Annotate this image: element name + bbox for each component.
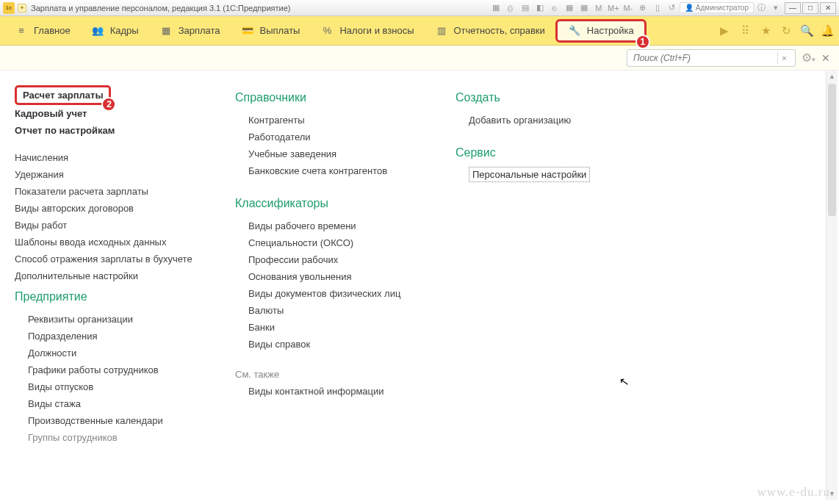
content-area: Расчет зарплаты 2 Кадровый учет Отчет по… <box>0 71 839 504</box>
menu-nastroika[interactable]: 🔧 Настройка 1 <box>555 19 647 43</box>
menu-otchet-label: Отчетность, справки <box>454 25 545 36</box>
search-icon[interactable]: 🔍 <box>799 24 814 38</box>
section-predpriyatie[interactable]: Предприятие <box>15 290 220 303</box>
print-icon[interactable]: ⎙ <box>504 1 517 15</box>
section-servis[interactable]: Сервис <box>455 146 661 159</box>
clipboard-icon[interactable]: ▯ <box>651 1 664 15</box>
link-vidy-rab-vremeni[interactable]: Виды рабочего времени <box>235 217 441 234</box>
search-clear-button[interactable]: × <box>777 51 791 65</box>
panel-close-button[interactable]: ✕ <box>821 52 830 64</box>
link-osnovaniya[interactable]: Основания увольнения <box>235 268 441 285</box>
gear-icon[interactable]: ⚙▾ <box>802 51 815 65</box>
wrench-icon: 🔧 <box>568 24 581 37</box>
menu-zarplata[interactable]: ▦ Зарплата <box>149 20 231 42</box>
history-icon[interactable]: ↺ <box>666 1 679 15</box>
report-icon: ▥ <box>435 24 448 37</box>
dropdown-icon[interactable]: ▾ <box>769 1 782 15</box>
maximize-button[interactable]: □ <box>802 2 818 14</box>
compare-icon[interactable]: ◧ <box>533 1 547 15</box>
link-podrazdeleniya[interactable]: Подразделения <box>15 328 220 345</box>
link-raschet-zarplaty[interactable]: Расчет зарплаты 2 <box>15 85 111 105</box>
vertical-scrollbar[interactable]: ▲ ▼ <box>826 71 838 500</box>
sub-toolbar: × ⚙▾ ✕ <box>0 46 839 71</box>
link-vidy-otpuskov[interactable]: Виды отпусков <box>15 378 220 395</box>
calc-m-icon[interactable]: M <box>592 1 605 15</box>
link-dobavit-org[interactable]: Добавить организацию <box>455 112 661 129</box>
link-shablony[interactable]: Шаблоны ввода исходных данных <box>15 234 220 251</box>
minimize-button[interactable]: — <box>785 2 801 14</box>
link-dolzhnosti[interactable]: Должности <box>15 345 220 361</box>
app-logo-icon: 1c <box>3 2 15 14</box>
calc-mminus-icon[interactable]: M- <box>622 1 635 15</box>
link-vidy-stazha[interactable]: Виды стажа <box>15 395 220 412</box>
link-kadrovyi-uchet[interactable]: Кадровый учет <box>15 105 220 122</box>
save-icon[interactable]: ▦ <box>489 1 503 15</box>
link-vidy-rabot[interactable]: Виды работ <box>15 217 220 234</box>
menu-vyplaty-label: Выплаты <box>260 25 300 36</box>
link-banki[interactable]: Банки <box>235 319 441 336</box>
main-menu: ≡ Главное 👥 Кадры ▦ Зарплата 💳 Выплаты %… <box>0 16 839 46</box>
doc-icon[interactable]: ▤ <box>519 1 532 15</box>
column-2: Справочники Контрагенты Работодатели Уче… <box>235 85 455 504</box>
link-valyuty[interactable]: Валюты <box>235 302 441 319</box>
menu-icon: ≡ <box>15 24 28 37</box>
info-icon[interactable]: ⓘ <box>755 1 768 15</box>
calendar-icon[interactable]: ▦ <box>563 1 576 15</box>
link-icon[interactable]: ⎋ <box>548 1 561 15</box>
wallet-icon: 💳 <box>241 24 254 37</box>
apps-icon[interactable]: ⠿ <box>738 24 752 38</box>
menu-nalogi-label: Налоги и взносы <box>339 25 414 36</box>
column-1: Расчет зарплаты 2 Кадровый учет Отчет по… <box>15 85 235 504</box>
link-gruppy-sotrudnikov[interactable]: Группы сотрудников <box>15 429 220 446</box>
section-spravochniki[interactable]: Справочники <box>235 91 441 104</box>
link-dop-nastroiki[interactable]: Дополнительные настройки <box>15 267 220 284</box>
arrow-right-icon[interactable]: ▶ <box>717 24 732 38</box>
link-uchebnye[interactable]: Учебные заведения <box>235 145 441 162</box>
percent-icon: % <box>320 24 334 37</box>
menu-kadry[interactable]: 👥 Кадры <box>81 20 149 42</box>
star-icon[interactable]: ★ <box>758 24 773 38</box>
calc-mplus-icon[interactable]: M+ <box>607 1 620 15</box>
link-vidy-kontaktnoi[interactable]: Виды контактной информации <box>235 383 441 400</box>
titlebar-dropdown-icon[interactable]: ▾ <box>18 4 26 12</box>
bell-icon[interactable]: 🔔 <box>820 24 835 38</box>
search-input[interactable] <box>632 52 777 64</box>
link-rabotodateli[interactable]: Работодатели <box>235 129 441 145</box>
close-button[interactable]: ✕ <box>820 2 836 14</box>
link-personalnye-nastroiki[interactable]: Персональные настройки <box>469 167 590 182</box>
callout-badge-1: 1 <box>635 35 650 49</box>
link-vidy-avtorskih[interactable]: Виды авторских договоров <box>15 200 220 217</box>
table-icon: ▦ <box>159 24 173 37</box>
menu-vyplaty[interactable]: 💳 Выплаты <box>231 20 311 42</box>
zoom-icon[interactable]: ⊕ <box>636 1 649 15</box>
link-uderzhaniya[interactable]: Удержания <box>15 166 220 183</box>
link-otchet-po-nastroikam[interactable]: Отчет по настройкам <box>15 122 220 139</box>
menu-main-label: Главное <box>34 25 71 36</box>
link-rekvizity[interactable]: Реквизиты организации <box>15 311 220 328</box>
link-vidy-dokumentov[interactable]: Виды документов физических лиц <box>235 285 441 302</box>
link-kontragenty[interactable]: Контрагенты <box>235 112 441 129</box>
scroll-thumb[interactable] <box>828 84 836 216</box>
link-bank-scheta[interactable]: Банковские счета контрагентов <box>235 162 441 179</box>
search-box[interactable]: × <box>627 49 796 67</box>
section-klassifikatory[interactable]: Классификаторы <box>235 197 441 210</box>
link-spetsialnosti[interactable]: Специальности (ОКСО) <box>235 234 441 251</box>
link-proizv-kalendari[interactable]: Производственные календари <box>15 412 220 429</box>
menu-nalogi[interactable]: % Налоги и взносы <box>310 20 424 42</box>
link-nachisleniya[interactable]: Начисления <box>15 149 220 166</box>
menu-nastroika-label: Настройка <box>587 25 634 36</box>
history-icon-2[interactable]: ↻ <box>779 24 793 38</box>
link-vidy-spravok[interactable]: Виды справок <box>235 336 441 353</box>
menu-main[interactable]: ≡ Главное <box>4 20 81 42</box>
link-grafiki[interactable]: Графики работы сотрудников <box>15 361 220 378</box>
scroll-up-icon[interactable]: ▲ <box>827 71 838 82</box>
link-sposob-otrazheniya[interactable]: Способ отражения зарплаты в бухучете <box>15 251 220 267</box>
section-sozdat[interactable]: Создать <box>455 91 661 104</box>
watermark: www.e-du.ru <box>757 485 830 500</box>
link-pokazateli[interactable]: Показатели расчета зарплаты <box>15 183 220 200</box>
user-icon: 👤 <box>685 4 694 12</box>
menu-otchet[interactable]: ▥ Отчетность, справки <box>425 20 555 42</box>
user-badge[interactable]: 👤 Администратор <box>680 2 754 13</box>
link-professii[interactable]: Профессии рабочих <box>235 251 441 268</box>
grid-icon[interactable]: ▦ <box>577 1 591 15</box>
